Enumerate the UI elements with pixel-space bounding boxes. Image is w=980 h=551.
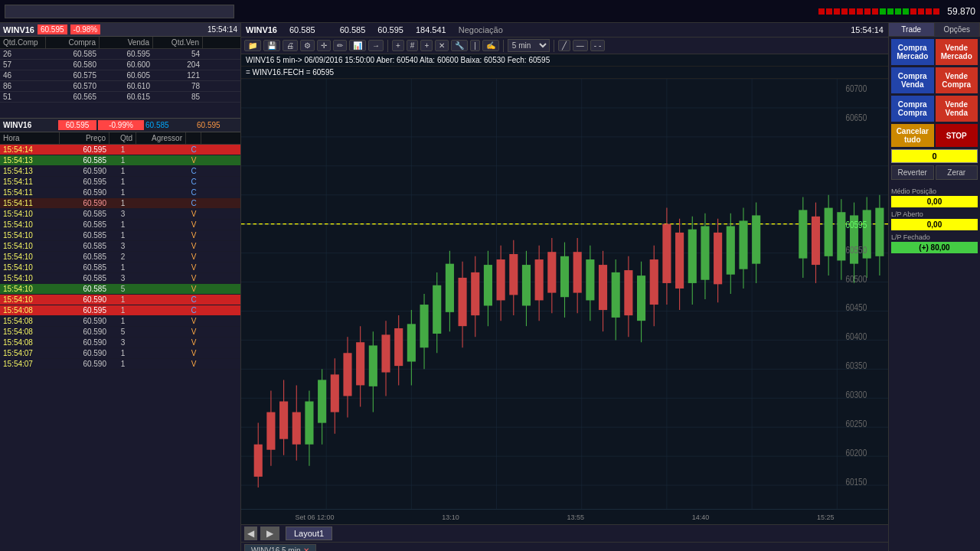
tc-preco: 60.585	[60, 155, 109, 165]
tc-ag	[136, 359, 186, 369]
chart-tab-winv16[interactable]: WINV16 5 min ✕	[244, 544, 316, 551]
tc-agchar: V	[186, 220, 201, 230]
tc-preco: 60.590	[60, 327, 109, 337]
tab-trade[interactable]: Trade	[889, 23, 935, 36]
tb-sep-1	[387, 40, 388, 52]
chart-hora: 15:54:14	[851, 25, 884, 34]
chart-fech-bar: = WINV16.FECH = 60595	[241, 67, 888, 79]
tb-line2-btn[interactable]: |	[470, 40, 480, 51]
tc-ag	[136, 220, 186, 230]
tb-save-btn[interactable]: 💾	[263, 40, 280, 51]
tb-zoom-btn[interactable]: +	[392, 40, 404, 51]
svg-rect-36	[331, 374, 339, 412]
tc-ag	[136, 337, 186, 347]
trade-row-18: 15:54:08 60.590 3 V	[0, 337, 240, 348]
svg-rect-50	[420, 305, 428, 347]
status-indicator	[918, 8, 924, 15]
tb-pencil-btn[interactable]: ✍	[482, 40, 499, 51]
tb-print-btn[interactable]: 🖨	[283, 40, 298, 51]
tb-arrow-btn[interactable]: →	[368, 40, 384, 51]
tb-hash-btn[interactable]: 🔧	[451, 40, 468, 51]
trade-row-1: 15:54:13 60.585 1 V	[0, 155, 240, 166]
tb-crosshair-btn[interactable]: ✛	[317, 40, 331, 51]
top-left-area	[0, 5, 412, 18]
tb-draw2-btn[interactable]: ╱	[558, 40, 570, 51]
svg-rect-96	[714, 233, 722, 284]
svg-rect-70	[547, 252, 556, 292]
svg-rect-60	[484, 265, 492, 305]
tb-folder-btn[interactable]: 📁	[244, 40, 261, 51]
compra-compra-btn[interactable]: CompraCompra	[891, 96, 934, 122]
chart-venda: 60.595	[377, 25, 403, 34]
tb-dash-btn[interactable]: —	[573, 40, 588, 51]
order-book-header: Qtd.Comp Compra Venda Qtd.Ven	[0, 37, 240, 49]
tc-agchar: V	[186, 337, 201, 347]
th-preco: Preço	[60, 132, 109, 144]
tc-agchar: C	[186, 187, 201, 197]
order-book: 26 60.585 60.595 54 57 60.580 60.600 204…	[0, 49, 240, 118]
status-indicator	[864, 8, 871, 15]
tc-ag	[136, 316, 186, 326]
tb-indicator-btn[interactable]: #	[407, 40, 419, 51]
si-pct: -0.99%	[98, 120, 144, 130]
layout-btn[interactable]: Layout1	[286, 527, 332, 540]
tc-hora: 15:54:10	[0, 241, 60, 251]
chart-toolbar: 📁 💾 🖨 ⚙ ✛ ✏ 📊 → + # + ✕ 🔧 | ✍ 5 min 1 mi…	[241, 37, 888, 54]
status-indicator	[903, 8, 909, 15]
symbol-pct: -0.98%	[70, 24, 101, 34]
status-indicator	[880, 8, 886, 15]
compra-venda-btn[interactable]: CompraVenda	[891, 67, 934, 93]
tc-qtd: 1	[109, 359, 136, 369]
lp-fechado-label: L/P Fechado	[891, 233, 978, 241]
tc-qtd: 5	[109, 284, 136, 294]
search-input[interactable]	[5, 5, 234, 18]
tc-qtd: 3	[109, 273, 136, 283]
lp-fechado-value: (+) 80,00	[891, 242, 978, 253]
tc-qtd: 1	[109, 230, 136, 240]
svg-rect-44	[381, 334, 390, 372]
compra-mercado-btn[interactable]: CompraMercado	[891, 39, 934, 65]
tc-agchar: V	[186, 155, 201, 165]
timeframe-select[interactable]: 5 min 1 min 15 min 1 hora	[508, 39, 550, 52]
trade-row-10: 15:54:10 60.585 2 V	[0, 252, 240, 262]
vende-mercado-btn[interactable]: VendeMercado	[936, 39, 978, 65]
tc-hora: 15:54:13	[0, 155, 60, 165]
tc-preco: 60.585	[60, 262, 109, 272]
tc-agchar: C	[186, 198, 201, 208]
tb-plus-btn[interactable]: +	[420, 40, 433, 51]
trade-row-7: 15:54:10 60.585 1 V	[0, 220, 240, 230]
tc-agchar: V	[186, 327, 201, 337]
svg-text:60650: 60650	[845, 112, 867, 122]
zerar-btn[interactable]: Zerar	[936, 165, 978, 180]
top-price: 59.870	[947, 6, 975, 17]
svg-rect-68	[535, 259, 544, 300]
vende-compra-btn[interactable]: VendeCompra	[936, 67, 978, 93]
tc-hora: 15:54:08	[0, 337, 60, 347]
si-venda: 60.595	[197, 121, 243, 129]
chart-tab-close[interactable]: ✕	[303, 546, 309, 551]
tc-ag	[136, 284, 186, 294]
chart-info-bar: WINV16 5 min-> 06/09/2016 15:50:00 Aber:…	[241, 54, 888, 67]
tb-minus-btn[interactable]: ✕	[435, 40, 449, 51]
tb-settings-btn[interactable]: ⚙	[300, 40, 315, 51]
chart-area[interactable]: 60700 60650 60595 60550 60500 60450 6040…	[241, 79, 888, 509]
tb-dash2-btn[interactable]: - -	[590, 40, 605, 51]
tc-preco: 60.585	[60, 241, 109, 251]
ob-qtdven-3: 121	[153, 70, 203, 80]
cancelar-tudo-btn[interactable]: Cancelar tudo	[891, 124, 934, 147]
vende-venda-btn[interactable]: VendeVenda	[936, 96, 978, 122]
tc-ag	[136, 295, 186, 305]
tab-opcoes[interactable]: Opções	[935, 23, 981, 36]
tc-ag	[136, 198, 186, 208]
tb-line-btn[interactable]: 📊	[349, 40, 366, 51]
svg-rect-38	[343, 353, 351, 396]
qty-input[interactable]	[891, 149, 978, 163]
reverter-btn[interactable]: Reverter	[891, 165, 934, 180]
scroll-right-btn[interactable]: ▶	[260, 527, 279, 540]
status-indicator	[857, 8, 863, 15]
svg-rect-24	[254, 445, 263, 477]
scroll-left-btn[interactable]: ◀	[244, 527, 257, 540]
tc-agchar: V	[186, 252, 201, 262]
tb-draw-btn[interactable]: ✏	[333, 40, 347, 51]
stop-btn[interactable]: STOP	[936, 124, 978, 147]
